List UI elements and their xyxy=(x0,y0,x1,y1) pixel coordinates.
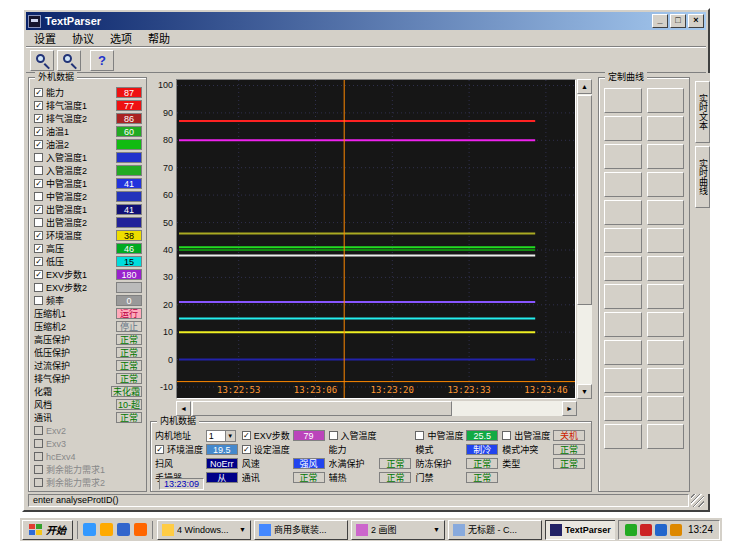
curve-slot[interactable] xyxy=(604,200,642,225)
indoor-value-badge: 正常 xyxy=(379,472,411,483)
curve-slot[interactable] xyxy=(604,340,642,365)
curve-slot[interactable] xyxy=(647,340,685,365)
tray-icon-1[interactable] xyxy=(625,524,637,536)
outdoor-checkbox[interactable]: ✓ xyxy=(34,140,43,149)
help-button[interactable]: ? xyxy=(90,50,114,71)
outdoor-checkbox[interactable] xyxy=(34,439,43,448)
maximize-button[interactable]: □ xyxy=(670,14,686,28)
taskbar-clock[interactable]: 13:24 xyxy=(688,524,713,535)
curve-slot[interactable] xyxy=(647,284,685,309)
curve-slot[interactable] xyxy=(604,396,642,421)
curve-slot[interactable] xyxy=(604,116,642,141)
outdoor-checkbox[interactable]: ✓ xyxy=(34,270,43,279)
curve-slot[interactable] xyxy=(647,396,685,421)
zoom-in-button[interactable] xyxy=(30,50,54,71)
chart-plot[interactable]: 13:22:5313:23:0613:23:2013:23:3313:23:46 xyxy=(176,79,576,399)
curve-slot[interactable] xyxy=(647,256,685,281)
menu-settings[interactable]: 设置 xyxy=(26,29,64,47)
indoor-checkbox[interactable] xyxy=(329,431,338,440)
outdoor-checkbox[interactable]: ✓ xyxy=(34,101,43,110)
curve-slot[interactable] xyxy=(604,284,642,309)
curve-slot[interactable] xyxy=(647,200,685,225)
curve-slot[interactable] xyxy=(647,368,685,393)
outlook-icon[interactable] xyxy=(100,523,113,536)
indoor-checkbox[interactable] xyxy=(415,431,424,440)
outdoor-checkbox[interactable]: ✓ xyxy=(34,205,43,214)
outdoor-row: ✓低压15 xyxy=(30,255,145,268)
outdoor-checkbox[interactable]: ✓ xyxy=(34,244,43,253)
menu-options[interactable]: 选项 xyxy=(102,29,140,47)
curve-slot[interactable] xyxy=(647,144,685,169)
task-button[interactable]: 无标题 - C... xyxy=(448,520,542,540)
curve-slot[interactable] xyxy=(647,228,685,253)
outdoor-checkbox[interactable] xyxy=(34,192,43,201)
media-player-icon[interactable] xyxy=(134,523,147,536)
outdoor-checkbox[interactable]: ✓ xyxy=(34,179,43,188)
outdoor-checkbox[interactable] xyxy=(34,465,43,474)
indoor-checkbox[interactable]: ✓ xyxy=(242,445,251,454)
vertical-scroll-thumb[interactable] xyxy=(577,95,592,305)
outdoor-checkbox[interactable] xyxy=(34,153,43,162)
horizontal-scroll-thumb[interactable] xyxy=(192,401,452,416)
outdoor-checkbox[interactable] xyxy=(34,296,43,305)
indoor-checkbox[interactable]: ✓ xyxy=(155,445,164,454)
outdoor-checkbox[interactable] xyxy=(34,452,43,461)
tray-icon-3[interactable] xyxy=(655,524,667,536)
outdoor-checkbox[interactable] xyxy=(34,283,43,292)
indoor-value-badge: 正常 xyxy=(553,458,585,469)
outdoor-checkbox[interactable] xyxy=(34,218,43,227)
resize-grip[interactable] xyxy=(691,494,704,507)
menu-help[interactable]: 帮助 xyxy=(140,29,178,47)
curve-slot[interactable] xyxy=(604,144,642,169)
scroll-up-icon[interactable]: ▲ xyxy=(577,79,592,94)
scroll-left-icon[interactable]: ◄ xyxy=(176,401,191,416)
indoor-item-value: 正常 xyxy=(466,457,498,470)
task-button[interactable]: 商用多联装... xyxy=(254,520,348,540)
title-bar[interactable]: TextParser _ □ × xyxy=(26,12,706,30)
task-button[interactable]: 2 画图▼ xyxy=(351,520,445,540)
start-button[interactable]: 开始 xyxy=(22,520,73,540)
curve-slot[interactable] xyxy=(647,88,685,113)
tray-icon-4[interactable] xyxy=(670,524,682,536)
indoor-item-label: 扫风 xyxy=(155,457,204,470)
scroll-right-icon[interactable]: ► xyxy=(562,401,577,416)
outdoor-checkbox[interactable]: ✓ xyxy=(34,257,43,266)
indoor-address-combo[interactable]: 1▼ xyxy=(206,430,236,442)
outdoor-checkbox[interactable]: ✓ xyxy=(34,88,43,97)
curve-slot[interactable] xyxy=(647,116,685,141)
curve-slot[interactable] xyxy=(604,256,642,281)
curve-slot[interactable] xyxy=(604,424,642,449)
ie-icon[interactable] xyxy=(83,523,96,536)
combo-dropdown-icon[interactable]: ▼ xyxy=(225,431,235,441)
curve-slot[interactable] xyxy=(647,312,685,337)
show-desktop-icon[interactable] xyxy=(117,523,130,536)
close-button[interactable]: × xyxy=(688,14,704,28)
tab-realtime-text[interactable]: 实时文本 xyxy=(695,81,710,143)
tab-realtime-curve[interactable]: 实时曲线 xyxy=(695,146,710,208)
indoor-item-value: 关机 xyxy=(553,429,585,442)
outdoor-checkbox[interactable] xyxy=(34,426,43,435)
curve-slot[interactable] xyxy=(604,88,642,113)
magnifier-icon xyxy=(63,54,72,63)
minimize-button[interactable]: _ xyxy=(652,14,668,28)
scroll-down-icon[interactable]: ▼ xyxy=(577,384,592,399)
curve-slot[interactable] xyxy=(604,172,642,197)
zoom-out-button[interactable] xyxy=(57,50,81,71)
task-button[interactable]: 4 Windows...▼ xyxy=(157,520,251,540)
tray-icon-2[interactable] xyxy=(640,524,652,536)
outdoor-checkbox[interactable] xyxy=(34,478,43,487)
outdoor-checkbox[interactable]: ✓ xyxy=(34,127,43,136)
curve-slot[interactable] xyxy=(604,312,642,337)
outdoor-checkbox[interactable]: ✓ xyxy=(34,114,43,123)
outdoor-checkbox[interactable]: ✓ xyxy=(34,231,43,240)
task-button[interactable]: TextParser xyxy=(545,520,615,540)
outdoor-item-label: 出管温度2 xyxy=(46,216,116,229)
indoor-checkbox[interactable] xyxy=(502,431,511,440)
curve-slot[interactable] xyxy=(604,228,642,253)
outdoor-checkbox[interactable] xyxy=(34,166,43,175)
indoor-checkbox[interactable]: ✓ xyxy=(242,431,251,440)
curve-slot[interactable] xyxy=(604,368,642,393)
curve-slot[interactable] xyxy=(647,424,685,449)
menu-protocol[interactable]: 协议 xyxy=(64,29,102,47)
curve-slot[interactable] xyxy=(647,172,685,197)
